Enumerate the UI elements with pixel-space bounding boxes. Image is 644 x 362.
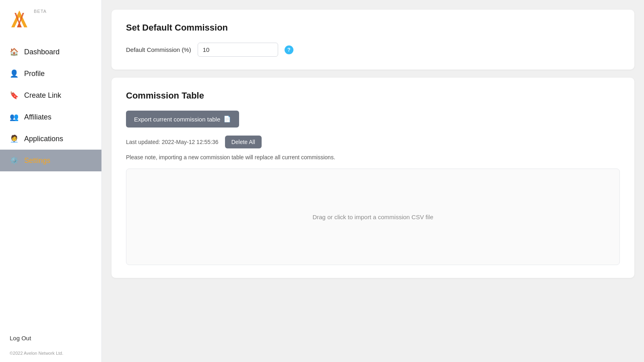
logo-area: BETA xyxy=(0,0,101,37)
export-label: Export current commission table xyxy=(134,116,220,123)
help-icon[interactable]: ? xyxy=(285,45,293,54)
export-icon: 📄 xyxy=(223,115,231,123)
applications-icon: 🧑‍💼 xyxy=(10,134,19,143)
sidebar-item-applications[interactable]: 🧑‍💼 Applications xyxy=(0,128,101,150)
profile-label: Profile xyxy=(24,70,45,78)
sidebar-footer: Log Out xyxy=(0,328,101,348)
drop-zone-text: Drag or click to import a commission CSV… xyxy=(312,214,433,220)
nav-menu: 🏠 Dashboard 👤 Profile 🔖 Create Link 👥 Af… xyxy=(0,37,101,328)
settings-icon: ⚙️ xyxy=(10,156,19,165)
csv-drop-zone[interactable]: Drag or click to import a commission CSV… xyxy=(126,169,620,265)
app-logo xyxy=(8,7,31,30)
affiliates-label: Affiliates xyxy=(24,113,52,121)
logout-button[interactable]: Log Out xyxy=(10,335,31,341)
commission-form-row: Default Commission (%) ? xyxy=(126,43,620,57)
sidebar-item-settings[interactable]: ⚙️ Settings xyxy=(0,150,101,171)
beta-label: BETA xyxy=(34,9,47,14)
commission-label: Default Commission (%) xyxy=(126,46,191,53)
sidebar-item-affiliates[interactable]: 👥 Affiliates xyxy=(0,106,101,128)
affiliates-icon: 👥 xyxy=(10,113,19,121)
create-link-label: Create Link xyxy=(24,91,61,100)
main-content: Set Default Commission Default Commissio… xyxy=(102,0,644,362)
sidebar-item-dashboard[interactable]: 🏠 Dashboard xyxy=(0,41,101,63)
commission-input[interactable] xyxy=(198,43,278,57)
default-commission-card: Set Default Commission Default Commissio… xyxy=(111,10,634,70)
profile-icon: 👤 xyxy=(10,69,19,78)
settings-label: Settings xyxy=(24,156,50,165)
sidebar: BETA 🏠 Dashboard 👤 Profile 🔖 Create Link… xyxy=(0,0,102,362)
last-updated-text: Last updated: 2022-May-12 12:55:36 xyxy=(126,139,219,145)
last-updated-row: Last updated: 2022-May-12 12:55:36 Delet… xyxy=(126,136,620,148)
default-commission-title: Set Default Commission xyxy=(126,23,620,33)
commission-table-title: Commission Table xyxy=(126,90,620,101)
sidebar-item-profile[interactable]: 👤 Profile xyxy=(0,63,101,84)
dashboard-label: Dashboard xyxy=(24,48,60,56)
copyright-text: ©2022 Avelon Network Ltd. xyxy=(0,348,101,362)
delete-all-button[interactable]: Delete All xyxy=(225,136,262,148)
dashboard-icon: 🏠 xyxy=(10,47,19,56)
create-link-icon: 🔖 xyxy=(10,91,19,100)
sidebar-item-create-link[interactable]: 🔖 Create Link xyxy=(0,84,101,106)
import-note: Please note, importing a new commission … xyxy=(126,154,620,160)
applications-label: Applications xyxy=(24,135,63,143)
export-commission-button[interactable]: Export current commission table 📄 xyxy=(126,111,239,128)
commission-table-card: Commission Table Export current commissi… xyxy=(111,78,634,278)
